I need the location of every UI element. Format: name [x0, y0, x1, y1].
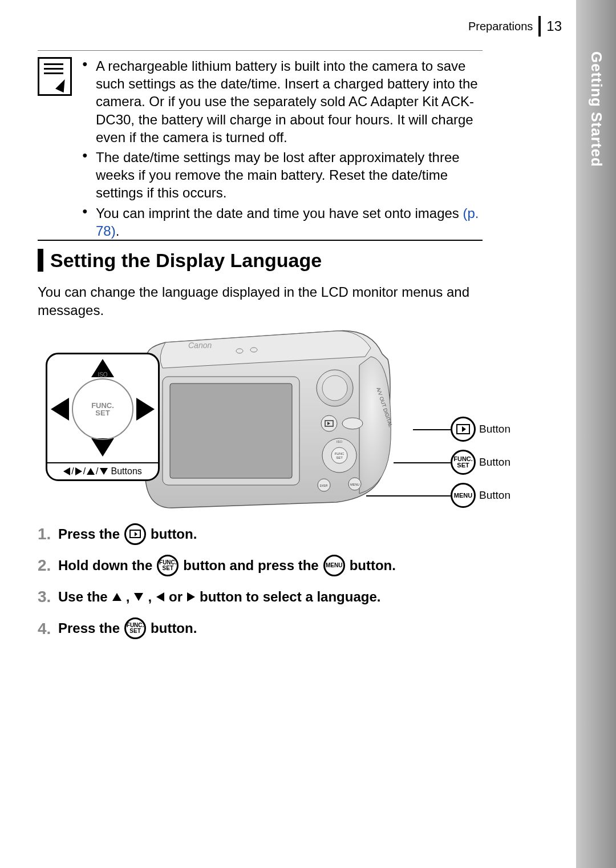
leader-line [394, 462, 451, 463]
divider-top [38, 50, 483, 51]
svg-point-10 [342, 418, 363, 429]
svg-text:ISO: ISO [337, 440, 343, 443]
arrow-left-icon [156, 592, 164, 601]
step-text: or [169, 587, 183, 607]
playback-icon [451, 417, 476, 442]
note-icon [38, 57, 72, 96]
leader-line [413, 429, 451, 430]
menu-icon: MENU [451, 483, 476, 508]
note-text: You can imprint the date and time you ha… [96, 205, 463, 221]
section-heading: Setting the Display Language [38, 249, 322, 272]
leader-line [366, 495, 451, 496]
camera-svg: Canon A/V OUT DIGITAL FUNC SET ISO [131, 325, 394, 514]
svg-text:SET: SET [336, 456, 343, 459]
arrow-left-icon [63, 467, 70, 475]
step-text: button. [151, 619, 197, 638]
step-text: button. [350, 556, 396, 575]
section-title-text: Setting the Display Language [50, 249, 322, 272]
callout-label: Button [479, 489, 510, 502]
arrow-up-icon [112, 593, 121, 601]
menu-label: MENU [454, 492, 472, 499]
callout-func-set: FUNC. SET Button [451, 450, 510, 475]
func-set-icon: FUNC. SET [451, 450, 476, 475]
step-number: 3. [38, 586, 54, 608]
steps-list: 1. Press the button. 2. Hold down the FU… [38, 523, 483, 649]
arrow-down-icon [134, 593, 143, 601]
step-text: button and press the [183, 556, 318, 575]
menu-label: MENU [326, 563, 342, 568]
buttons-label: Buttons [111, 466, 142, 477]
dpad-panel: ISO FUNC. SET / / / Buttons [46, 353, 160, 481]
callout-label: Button [479, 456, 510, 469]
note-item: A rechargeable lithium battery is built … [82, 57, 483, 146]
note-item: The date/time settings may be lost after… [82, 148, 483, 202]
side-tab: Getting Started [576, 0, 616, 868]
step-text: Use the [58, 587, 108, 607]
note-list: A rechargeable lithium battery is built … [82, 57, 483, 242]
step-4: 4. Press the FUNC. SET button. [38, 617, 483, 640]
func-set-dial: ISO FUNC. SET [72, 378, 133, 440]
arrow-left-icon [51, 398, 69, 421]
step-2: 2. Hold down the FUNC. SET button and pr… [38, 554, 483, 576]
arrow-down-icon [100, 468, 108, 475]
header-page-number: 13 [546, 18, 562, 34]
step-text: Press the [58, 524, 120, 544]
camera-diagram: Canon A/V OUT DIGITAL FUNC SET ISO [46, 325, 479, 522]
callout-label: Button [479, 423, 510, 435]
step-text: , [148, 587, 152, 607]
step-text: Press the [58, 619, 120, 638]
step-text: button to select a language. [200, 587, 380, 607]
note-item: You can imprint the date and time you ha… [82, 204, 483, 240]
playback-icon [124, 523, 146, 545]
intro-paragraph: You can change the language displayed in… [38, 283, 483, 320]
step-number: 1. [38, 523, 54, 545]
note-text: . [116, 223, 120, 239]
arrow-down-icon [91, 438, 114, 457]
set-label: SET [453, 462, 473, 469]
arrow-up-icon [87, 468, 95, 475]
svg-text:MENU: MENU [350, 483, 359, 486]
callout-playback: Button [451, 417, 510, 442]
side-tab-label: Getting Started [587, 51, 605, 167]
dpad-caption: / / / Buttons [47, 462, 158, 479]
step-text: , [126, 587, 130, 607]
step-text: button. [151, 524, 197, 544]
svg-rect-5 [170, 383, 292, 478]
menu-icon: MENU [323, 555, 345, 576]
svg-point-7 [322, 376, 347, 401]
svg-text:DISP.: DISP. [320, 484, 329, 487]
svg-text:FUNC: FUNC [335, 452, 345, 455]
page-header: Preparations 13 [468, 16, 562, 37]
step-text: Hold down the [58, 556, 152, 575]
func-set-icon: FUNC. SET [124, 617, 146, 639]
svg-point-12 [331, 447, 347, 463]
step-number: 2. [38, 554, 54, 576]
camera-illustration: Canon A/V OUT DIGITAL FUNC SET ISO [131, 325, 394, 514]
svg-text:Canon: Canon [188, 341, 212, 350]
iso-label: ISO [98, 372, 107, 378]
func-set-icon: FUNC. SET [157, 555, 179, 576]
step-1: 1. Press the button. [38, 523, 483, 545]
step-number: 4. [38, 617, 54, 640]
callout-menu: MENU Button [451, 483, 510, 508]
set-label: SET [127, 628, 144, 634]
header-section: Preparations [468, 20, 533, 33]
divider-section [38, 240, 483, 241]
arrow-right-icon [75, 467, 82, 475]
step-3: 3. Use the , , or button to select a lan… [38, 586, 483, 608]
arrow-right-icon [136, 398, 155, 421]
header-divider [538, 16, 541, 37]
heading-bar-icon [38, 249, 43, 272]
arrow-right-icon [187, 592, 195, 601]
note-box: A rechargeable lithium battery is built … [38, 57, 483, 242]
set-label: SET [95, 409, 110, 417]
set-label: SET [159, 566, 177, 571]
